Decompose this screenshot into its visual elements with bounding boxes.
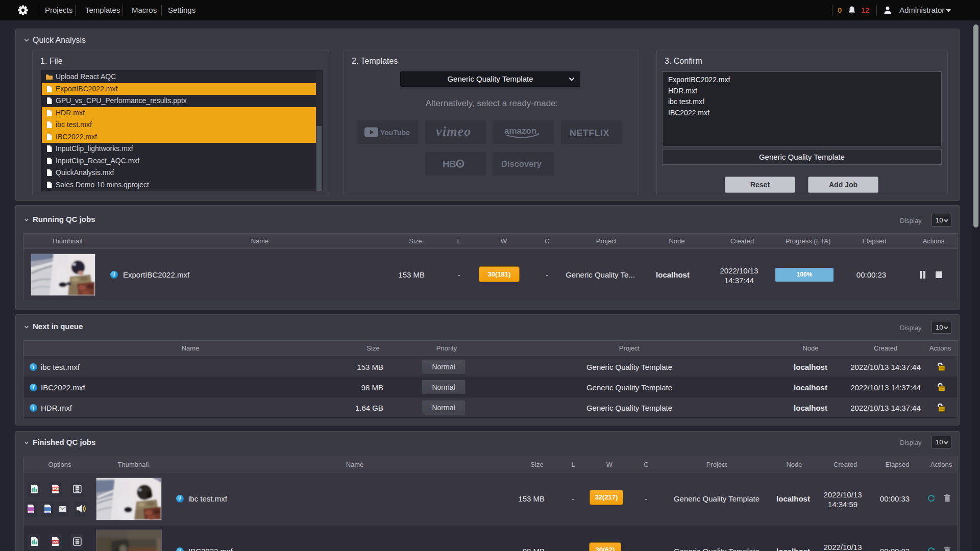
svg-text:amazon: amazon bbox=[504, 126, 536, 136]
svg-text:YouTube: YouTube bbox=[380, 129, 410, 137]
svg-text:PDF: PDF bbox=[53, 488, 59, 491]
svg-text:vimeo: vimeo bbox=[436, 126, 472, 139]
svg-text:NETFLIX: NETFLIX bbox=[570, 127, 609, 137]
svg-text:HB: HB bbox=[443, 159, 456, 169]
svg-text:PDF: PDF bbox=[53, 540, 59, 543]
svg-text:Discovery: Discovery bbox=[501, 159, 542, 168]
